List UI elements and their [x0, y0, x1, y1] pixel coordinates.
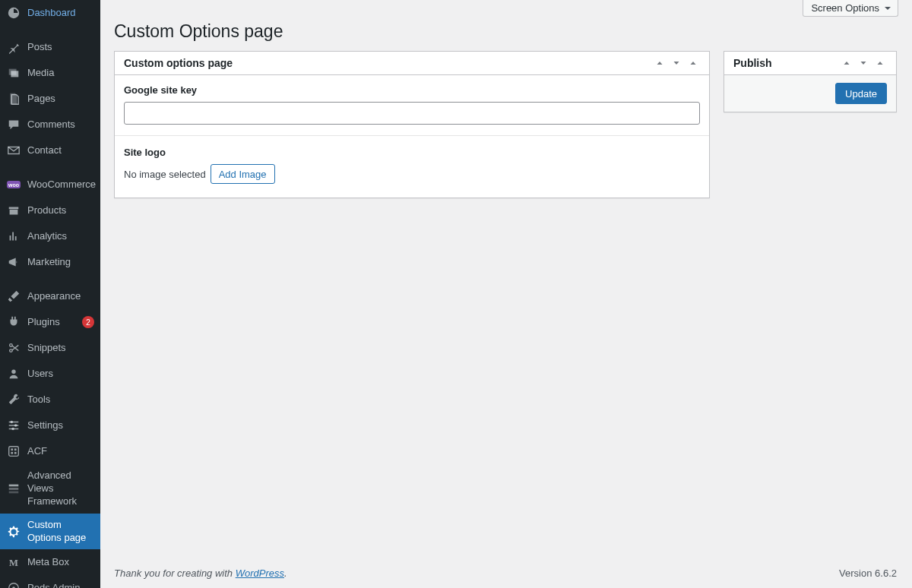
metabox-icon: M [6, 555, 21, 570]
move-up-icon[interactable] [840, 56, 853, 70]
sidebar-item-dashboard[interactable]: Dashboard [0, 0, 100, 26]
sidebar-item-label: Plugins [27, 316, 73, 329]
user-icon [6, 366, 21, 381]
sidebar-item-metabox[interactable]: M Meta Box [0, 549, 100, 575]
svg-rect-9 [11, 448, 13, 450]
chart-icon [6, 229, 21, 244]
svg-rect-14 [9, 488, 19, 490]
megaphone-icon [6, 254, 21, 270]
sidebar-item-label: Contact [27, 144, 94, 157]
google-site-key-input[interactable] [124, 102, 700, 125]
move-down-icon[interactable] [857, 56, 870, 70]
sidebar-item-plugins[interactable]: Plugins 2 [0, 309, 100, 335]
sidebar-item-label: Meta Box [27, 556, 94, 569]
sidebar-separator [0, 275, 100, 279]
sidebar-item-label: Marketing [27, 256, 94, 269]
svg-point-7 [11, 428, 14, 431]
sidebar-item-label: Products [27, 204, 94, 217]
sidebar-item-media[interactable]: Media [0, 60, 100, 86]
update-button[interactable]: Update [835, 83, 887, 104]
sidebar-item-appearance[interactable]: Appearance [0, 283, 100, 309]
screen-options-label: Screen Options [811, 2, 879, 14]
pin-icon [6, 40, 21, 55]
svg-text:M: M [9, 558, 18, 568]
svg-rect-11 [11, 452, 13, 454]
svg-rect-12 [14, 452, 17, 454]
svg-point-2 [10, 344, 13, 347]
google-site-key-label: Google site key [124, 84, 700, 96]
plug-icon [6, 315, 21, 330]
footer-thankyou: Thank you for creating with WordPress. [114, 567, 287, 579]
main-content: Screen Options Custom Options page Custo… [100, 0, 912, 588]
pages-icon [6, 91, 21, 106]
avf-icon [6, 481, 21, 496]
sidebar-item-products[interactable]: Products [0, 198, 100, 223]
plugin-update-badge: 2 [82, 316, 94, 328]
version-label: Version 6.6.2 [839, 567, 897, 579]
field-divider [115, 135, 709, 136]
sidebar-item-comments[interactable]: Comments [0, 112, 100, 138]
gear-icon [6, 524, 21, 539]
pods-icon [6, 580, 21, 588]
publish-title: Publish [733, 57, 772, 69]
no-image-text: No image selected [124, 169, 206, 180]
sidebar-item-pods[interactable]: Pods Admin [0, 575, 100, 588]
sidebar-item-label: Settings [27, 419, 94, 432]
sidebar-separator [0, 163, 100, 167]
sidebar-item-label: Comments [27, 119, 94, 131]
dashboard-icon [6, 5, 21, 21]
screen-options-button[interactable]: Screen Options [803, 0, 898, 17]
acf-icon [6, 444, 21, 459]
sidebar-item-contact[interactable]: Contact [0, 138, 100, 163]
woo-icon: woo [6, 177, 21, 192]
sidebar-item-label: Media [27, 67, 94, 80]
sidebar-item-label: Snippets [27, 342, 94, 355]
envelope-icon [6, 143, 21, 158]
sidebar-item-label: Pages [27, 93, 94, 106]
sliders-icon [6, 418, 21, 433]
move-up-icon[interactable] [653, 56, 667, 70]
sidebar-item-marketing[interactable]: Marketing [0, 249, 100, 275]
wordpress-link[interactable]: WordPress [236, 567, 284, 579]
brush-icon [6, 289, 21, 304]
sidebar-item-settings[interactable]: Settings [0, 413, 100, 438]
admin-sidebar: Dashboard Posts Media Pages Comments Con… [0, 0, 100, 588]
sidebar-item-label: ACF [27, 445, 94, 458]
sidebar-item-posts[interactable]: Posts [0, 34, 100, 60]
site-logo-label: Site logo [124, 147, 700, 158]
sidebar-item-snippets[interactable]: Snippets [0, 335, 100, 361]
sidebar-item-users[interactable]: Users [0, 361, 100, 387]
sidebar-item-label: Appearance [27, 290, 94, 303]
sidebar-item-advanced-views[interactable]: Advanced Views Framework [0, 464, 100, 514]
sidebar-item-label: Pods Admin [27, 582, 94, 588]
sidebar-item-pages[interactable]: Pages [0, 86, 100, 112]
triangle-down-icon [884, 5, 891, 12]
metabox-title: Custom options page [124, 57, 233, 69]
publish-metabox: Publish Update [724, 51, 897, 112]
sidebar-item-woocommerce[interactable]: woo WooCommerce [0, 172, 100, 198]
svg-rect-13 [9, 485, 19, 487]
svg-point-3 [10, 349, 13, 352]
move-down-icon[interactable] [670, 56, 683, 70]
sidebar-item-label: WooCommerce [27, 179, 96, 191]
svg-text:woo: woo [8, 182, 19, 188]
page-title: Custom Options page [114, 17, 897, 51]
sidebar-item-label: Tools [27, 394, 94, 406]
sidebar-item-label: Dashboard [27, 7, 94, 20]
svg-rect-10 [14, 448, 17, 450]
sidebar-item-analytics[interactable]: Analytics [0, 223, 100, 249]
admin-footer: Thank you for creating with WordPress. V… [100, 558, 912, 588]
toggle-panel-icon[interactable] [686, 56, 700, 70]
media-icon [6, 65, 21, 81]
custom-options-metabox: Custom options page Google site key [114, 51, 710, 198]
sidebar-item-acf[interactable]: ACF [0, 438, 100, 464]
add-image-button[interactable]: Add Image [211, 164, 275, 184]
sidebar-item-label: Posts [27, 41, 94, 54]
wrench-icon [6, 392, 21, 407]
svg-point-6 [14, 424, 17, 427]
sidebar-item-tools[interactable]: Tools [0, 387, 100, 413]
sidebar-item-label: Advanced Views Framework [27, 469, 94, 508]
sidebar-item-custom-options[interactable]: Custom Options page [0, 514, 100, 550]
toggle-panel-icon[interactable] [873, 56, 887, 70]
sidebar-item-label: Users [27, 368, 94, 381]
